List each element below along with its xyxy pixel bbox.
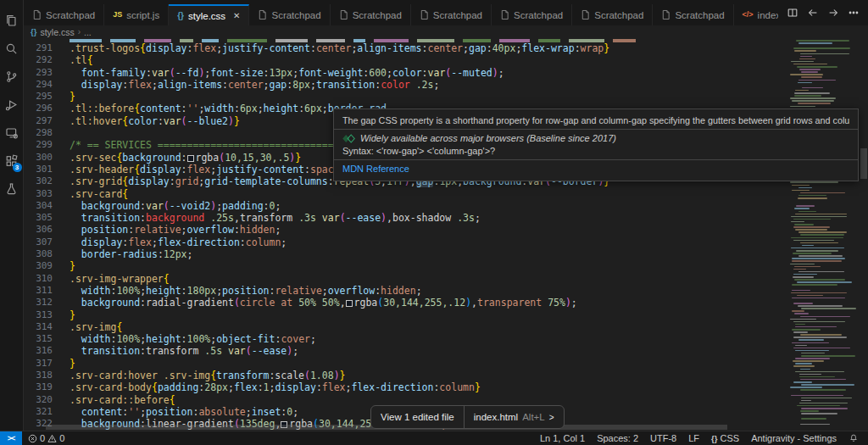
code-line-313[interactable]: 313} bbox=[24, 309, 868, 321]
code-line-310[interactable]: 310.srv-img-wrapper{ bbox=[24, 273, 868, 285]
tabs: ScratchpadJSscript.js{}style.css✕Scratch… bbox=[24, 4, 778, 25]
activity-bar: 3 bbox=[0, 0, 24, 431]
code-line-317[interactable]: 317} bbox=[24, 358, 868, 370]
minimap[interactable] bbox=[788, 38, 859, 428]
tab-label: Scratchpad bbox=[514, 10, 563, 20]
language-mode[interactable]: {} CSS bbox=[705, 431, 745, 445]
code-line-295[interactable]: 295} bbox=[24, 91, 868, 103]
code-line-294[interactable]: 294 display:flex;align-items:center;gap:… bbox=[24, 79, 868, 91]
code-line-320[interactable]: 320.srv-card::before{ bbox=[24, 394, 868, 406]
code-lines: 291.trust-logos{display:flex;justify-con… bbox=[24, 42, 868, 431]
open-edited-file-button[interactable]: index.html Alt+L > bbox=[464, 406, 564, 428]
indentation[interactable]: Spaces: 2 bbox=[591, 431, 644, 445]
file-icon bbox=[420, 9, 429, 20]
line-content: display:flex;align-items:center;gap:8px;… bbox=[53, 79, 439, 91]
code-line-293[interactable]: 293 font-family:var(--fd);font-size:13px… bbox=[24, 67, 868, 79]
tab-scratchpad[interactable]: Scratchpad bbox=[24, 4, 104, 25]
run-and-debug-icon[interactable] bbox=[0, 91, 24, 119]
code-line-318[interactable]: 318.srv-card:hover .srv-img{transform:sc… bbox=[24, 370, 868, 381]
breadcrumb-ellipsis[interactable]: ... bbox=[84, 27, 92, 37]
view-edited-file-button[interactable]: View 1 edited file bbox=[371, 406, 464, 428]
editor-window: 3 ScratchpadJSscript.js{}style.css✕Scrat… bbox=[0, 0, 868, 445]
line-content: .srv-img-wrapper{ bbox=[53, 273, 170, 285]
notifications-bell-icon[interactable] bbox=[843, 431, 865, 445]
remote-indicator[interactable]: >< bbox=[0, 431, 22, 445]
extensions-icon[interactable]: 3 bbox=[0, 147, 24, 175]
eol-sequence[interactable]: LF bbox=[682, 431, 705, 445]
tab-index-htm[interactable]: </>index.htm bbox=[734, 4, 778, 25]
navigate-forward-icon[interactable] bbox=[827, 7, 839, 19]
line-content: background:var(--void2);padding:0; bbox=[53, 200, 281, 212]
code-line-314[interactable]: 314.srv-img{ bbox=[24, 321, 868, 333]
code-line-292[interactable]: 292.tl{ bbox=[24, 54, 868, 66]
mdn-reference-link[interactable]: MDN Reference bbox=[342, 164, 849, 174]
code-editor[interactable]: 291.trust-logos{display:flex;justify-con… bbox=[24, 38, 868, 431]
explorer-icon[interactable] bbox=[0, 7, 24, 35]
encoding[interactable]: UTF-8 bbox=[644, 431, 682, 445]
tab-scratchpad[interactable]: Scratchpad bbox=[249, 4, 330, 25]
code-line-312[interactable]: 312 background:radial-gradient(circle at… bbox=[24, 297, 868, 309]
tab-scratchpad[interactable]: Scratchpad bbox=[572, 4, 653, 25]
color-swatch[interactable] bbox=[187, 155, 194, 162]
navigate-back-icon[interactable] bbox=[807, 7, 819, 19]
code-line-315[interactable]: 315 width:100%;height:100%;object-fit:co… bbox=[24, 333, 868, 345]
more-actions-icon[interactable] bbox=[848, 7, 860, 19]
color-swatch[interactable] bbox=[346, 300, 353, 307]
code-line-316[interactable]: 316 transition:transform .5s var(--ease)… bbox=[24, 345, 868, 357]
tab-bar: ScratchpadJSscript.js{}style.css✕Scratch… bbox=[24, 0, 868, 25]
problems-status[interactable]: 0 0 bbox=[22, 431, 70, 445]
line-number: 297 bbox=[24, 115, 53, 127]
vertical-scrollbar[interactable] bbox=[860, 38, 868, 431]
line-content: .tl{ bbox=[53, 54, 93, 66]
file-icon bbox=[661, 9, 670, 20]
tab-scratchpad[interactable]: Scratchpad bbox=[492, 4, 572, 25]
code-line-319[interactable]: 319.srv-card-body{padding:28px;flex:1;di… bbox=[24, 381, 868, 393]
braces-icon: {} bbox=[711, 434, 717, 443]
chevron-right-icon: › bbox=[78, 27, 81, 36]
code-line-306[interactable]: 306 position:relative;overflow:hidden; bbox=[24, 224, 868, 236]
search-icon[interactable] bbox=[0, 35, 24, 63]
tab-label: Scratchpad bbox=[594, 10, 643, 20]
css-icon: {} bbox=[177, 12, 184, 20]
line-number: 307 bbox=[24, 236, 53, 248]
remote-explorer-icon[interactable] bbox=[0, 119, 24, 147]
cursor-position[interactable]: Ln 1, Col 1 bbox=[534, 431, 591, 445]
hover-tooltip: The gap CSS property is a shorthand prop… bbox=[333, 108, 859, 181]
code-line-311[interactable]: 311 width:100%;height:180px;position:rel… bbox=[24, 285, 868, 297]
code-line-308[interactable]: 308 border-radius:12px; bbox=[24, 248, 868, 260]
line-content: .srv-card-body{padding:28px;flex:1;displ… bbox=[53, 381, 481, 393]
line-content: } bbox=[53, 91, 75, 103]
breadcrumb-file[interactable]: style.css bbox=[40, 27, 74, 37]
baseline-icon bbox=[342, 134, 355, 143]
line-number: 311 bbox=[24, 285, 53, 297]
line-number: 301 bbox=[24, 164, 53, 175]
file-icon bbox=[500, 9, 509, 20]
code-line-307[interactable]: 307 display:flex;flex-direction:column; bbox=[24, 236, 868, 248]
tooltip-baseline-text: Widely available across major browsers (… bbox=[360, 133, 616, 143]
tab-scratchpad[interactable]: Scratchpad bbox=[331, 4, 411, 25]
line-content: .srv-card{ bbox=[53, 188, 128, 200]
workspace-name[interactable]: Antigravity - Settings bbox=[745, 431, 843, 445]
tab-scratchpad[interactable]: Scratchpad bbox=[653, 4, 733, 25]
testing-icon[interactable] bbox=[0, 175, 24, 203]
code-line-291[interactable]: 291.trust-logos{display:flex;justify-con… bbox=[24, 42, 868, 54]
js-icon: JS bbox=[113, 11, 122, 19]
line-number: 300 bbox=[24, 152, 53, 164]
code-line-303[interactable]: 303.srv-card{ bbox=[24, 188, 868, 200]
file-icon bbox=[339, 9, 348, 20]
line-content: } bbox=[53, 309, 75, 321]
tab-scratchpad[interactable]: Scratchpad bbox=[411, 4, 492, 25]
source-control-icon[interactable] bbox=[0, 63, 24, 91]
line-number: 294 bbox=[24, 79, 53, 91]
code-line-304[interactable]: 304 background:var(--void2);padding:0; bbox=[24, 200, 868, 212]
tab-script-js[interactable]: JSscript.js bbox=[104, 4, 169, 25]
line-number: 315 bbox=[24, 333, 53, 345]
code-line-305[interactable]: 305 transition:background .25s,transform… bbox=[24, 212, 868, 224]
line-number: 302 bbox=[24, 175, 53, 187]
tooltip-syntax: Syntax: <'row-gap'> <'column-gap'>? bbox=[342, 146, 849, 156]
close-icon[interactable]: ✕ bbox=[233, 11, 240, 20]
split-editor-icon[interactable] bbox=[787, 7, 798, 19]
code-line-309[interactable]: 309} bbox=[24, 260, 868, 272]
chevron-right-icon: > bbox=[549, 413, 554, 422]
tab-style-css[interactable]: {}style.css✕ bbox=[169, 4, 249, 25]
